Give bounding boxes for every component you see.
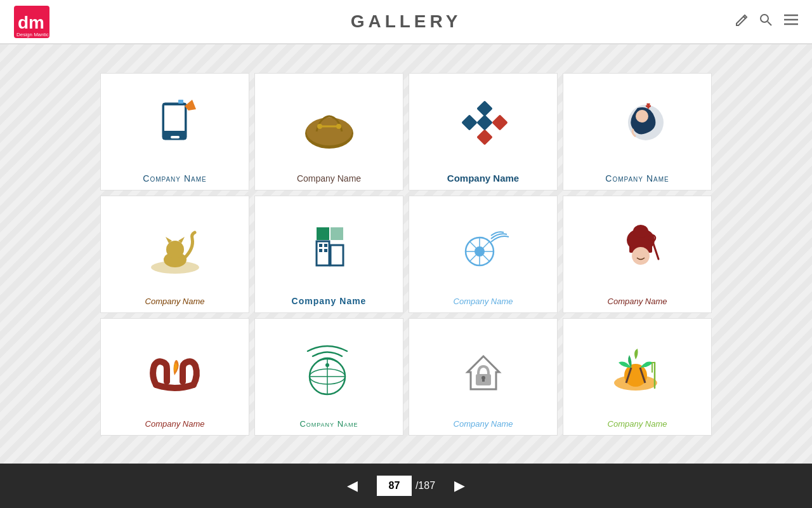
logo-name-8: Company Name: [608, 297, 667, 306]
header: dm Design Mantic GALLERY: [0, 0, 812, 44]
logo-image-11: [455, 325, 512, 417]
main-content: Company Name Company Name: [0, 44, 812, 464]
svg-rect-19: [492, 114, 508, 130]
header-actions: [735, 13, 799, 30]
svg-rect-34: [331, 245, 343, 265]
svg-text:Design Mantic: Design Mantic: [16, 32, 49, 37]
logo-image-10: [299, 325, 359, 417]
svg-rect-37: [319, 249, 322, 252]
svg-rect-31: [317, 227, 329, 240]
logo-card-4[interactable]: Company Name: [563, 73, 712, 190]
logo-card-8[interactable]: Company Name: [563, 196, 712, 313]
logo-name-12: Company Name: [608, 419, 667, 429]
logo-area: dm Design Mantic: [13, 4, 51, 39]
svg-rect-20: [476, 129, 492, 145]
logo-card-5[interactable]: Company Name: [100, 196, 249, 313]
logo-image-7: [453, 203, 513, 294]
logo-card-3[interactable]: Company Name: [409, 73, 558, 190]
logo-card-12[interactable]: Company Name: [563, 318, 712, 436]
logo-name-7: Company Name: [454, 297, 513, 306]
page-input-container: /187: [377, 476, 435, 496]
logo-name-11: Company Name: [454, 419, 513, 429]
logo-name-3: Company Name: [447, 173, 519, 184]
logo-card-10[interactable]: Company Name: [254, 318, 403, 436]
svg-text:dm: dm: [18, 13, 44, 32]
logo-card-2[interactable]: Company Name: [254, 73, 403, 190]
svg-line-49: [652, 240, 658, 259]
svg-point-3: [761, 15, 768, 22]
brand-logo: dm Design Mantic: [13, 4, 51, 39]
gallery-grid: Company Name Company Name: [100, 73, 712, 436]
gallery-title: GALLERY: [351, 11, 462, 32]
svg-rect-11: [178, 100, 183, 104]
svg-rect-10: [171, 136, 180, 138]
logo-name-10: Company Name: [299, 419, 358, 429]
logo-name-1: Company Name: [143, 173, 206, 184]
logo-image-8: [609, 203, 666, 294]
logo-name-5: Company Name: [145, 297, 205, 306]
page-total: /187: [416, 480, 435, 491]
svg-line-4: [768, 22, 771, 25]
svg-point-28: [166, 241, 184, 258]
next-page-button[interactable]: ▶: [448, 474, 471, 497]
svg-point-47: [632, 247, 650, 265]
logo-name-2: Company Name: [297, 173, 361, 184]
svg-point-48: [633, 225, 648, 237]
page-number-input[interactable]: [377, 476, 412, 496]
search-icon[interactable]: [759, 13, 773, 30]
logo-card-7[interactable]: Company Name: [409, 196, 558, 313]
logo-image-1: [147, 80, 204, 171]
logo-name-4: Company Name: [605, 173, 669, 184]
logo-card-1[interactable]: Company Name: [100, 73, 249, 190]
logo-name-9: Company Name: [145, 419, 205, 429]
svg-rect-21: [476, 114, 492, 130]
logo-image-4: [609, 80, 666, 171]
svg-rect-18: [461, 114, 477, 130]
logo-card-6[interactable]: Company Name: [254, 196, 403, 313]
logo-card-9[interactable]: Company Name: [100, 318, 249, 436]
svg-point-23: [636, 110, 648, 123]
svg-point-55: [325, 363, 329, 367]
footer: ◀ /187 ▶: [0, 464, 812, 508]
svg-rect-38: [324, 249, 327, 252]
logo-name-6: Company Name: [292, 296, 367, 306]
svg-rect-59: [482, 378, 485, 382]
svg-rect-35: [319, 244, 322, 247]
logo-image-2: [298, 80, 361, 171]
svg-rect-32: [331, 227, 343, 240]
logo-image-3: [455, 80, 512, 170]
logo-card-11[interactable]: Company Name: [409, 318, 558, 436]
svg-rect-36: [324, 244, 327, 247]
svg-point-13: [306, 117, 352, 145]
edit-icon[interactable]: [735, 13, 749, 30]
logo-image-6: [301, 203, 358, 293]
logo-image-12: [607, 325, 667, 417]
logo-image-9: [145, 325, 205, 417]
svg-rect-9: [164, 105, 185, 131]
logo-image-5: [147, 203, 204, 294]
prev-page-button[interactable]: ◀: [341, 474, 364, 497]
menu-icon[interactable]: [783, 13, 799, 30]
svg-rect-17: [476, 100, 492, 116]
